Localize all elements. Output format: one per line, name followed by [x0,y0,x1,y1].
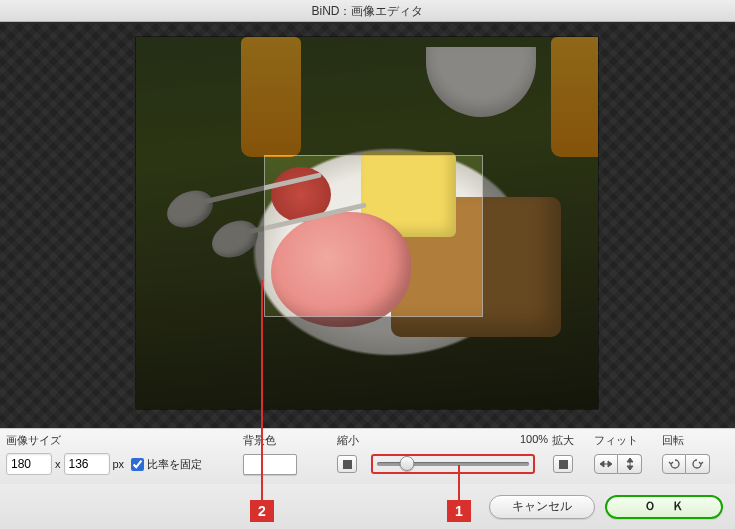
rotate-ccw-icon [667,458,681,470]
fit-horizontal-button[interactable] [594,454,618,474]
crop-selection[interactable] [265,156,482,316]
label-100pct: 100% [520,433,548,445]
lock-ratio-checkbox[interactable] [131,458,144,471]
zoom-in-button[interactable] [553,455,573,473]
height-input[interactable] [64,453,110,475]
zoom-slider-thumb[interactable] [400,456,415,471]
zoom-slider[interactable] [371,454,535,474]
label-enlarge: 拡大 [552,433,574,448]
fit-vertical-icon [625,457,635,471]
zoom-in-icon [559,460,568,469]
canvas-area[interactable] [0,22,735,428]
annotation-marker-2: 2 [250,500,274,522]
annotation-leader-1 [458,465,460,503]
zoom-out-button[interactable] [337,455,357,473]
fit-vertical-button[interactable] [618,454,642,474]
rotate-cw-icon [691,458,705,470]
label-image-size: 画像サイズ [6,433,61,448]
titlebar: BiND：画像エディタ [0,0,735,22]
label-fit: フィット [594,433,638,448]
cancel-button[interactable]: キャンセル [489,495,595,519]
size-x-separator: x [55,458,61,470]
toolbar: 画像サイズ 背景色 縮小 100% 拡大 フィット 回転 x px 比率を固定 [0,428,735,484]
lock-ratio-label: 比率を固定 [147,457,202,472]
rotate-ccw-button[interactable] [662,454,686,474]
window-title: BiND：画像エディタ [311,4,423,18]
edited-image[interactable] [136,37,598,409]
rotate-cw-button[interactable] [686,454,710,474]
annotation-leader-2 [261,280,263,503]
bg-color-swatch[interactable] [243,454,297,475]
fit-horizontal-icon [599,459,613,469]
footer-button-row: キャンセル Ｏ Ｋ [0,484,735,529]
label-shrink: 縮小 [337,433,359,448]
ok-button[interactable]: Ｏ Ｋ [605,495,723,519]
label-rotate: 回転 [662,433,684,448]
width-input[interactable] [6,453,52,475]
label-bg-color: 背景色 [243,433,276,448]
annotation-marker-1: 1 [447,500,471,522]
px-label: px [113,458,125,470]
zoom-out-icon [343,460,352,469]
image-editor-window: BiND：画像エディタ 画像サイズ 背景色 縮小 100% 拡大 [0,0,735,529]
